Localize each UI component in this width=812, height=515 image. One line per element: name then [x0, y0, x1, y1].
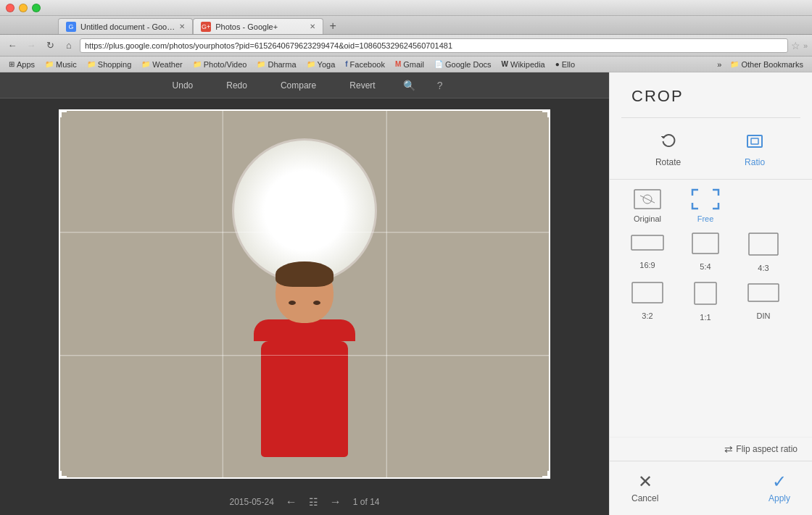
tab-docs[interactable]: G Untitled document - Goo… ✕: [58, 18, 193, 34]
ratio-1-1[interactable]: 1:1: [682, 281, 729, 322]
photo-bottom: 2015-05-24 ← ☷ → 1 of 14: [0, 489, 609, 515]
folder-icon-weather: 📁: [141, 60, 150, 68]
tab-photos[interactable]: G+ Photos - Google+ ✕: [193, 18, 323, 34]
folder-icon-other: 📁: [730, 60, 739, 68]
ratio-options: Original Free: [610, 180, 812, 437]
ratio-row-3: 3:2 1:1 DIN: [624, 281, 798, 322]
share-button[interactable]: »: [803, 41, 808, 50]
svg-rect-7: [749, 233, 778, 255]
revert-button[interactable]: Revert: [344, 78, 381, 93]
ratio-mode-button[interactable]: Ratio: [743, 130, 766, 167]
back-button[interactable]: ←: [4, 38, 20, 54]
close-button[interactable]: [6, 4, 14, 12]
grid-view-button[interactable]: ☷: [309, 496, 318, 508]
more-icon: »: [717, 60, 721, 69]
bookmark-photo-video[interactable]: 📁 Photo/Video: [188, 59, 252, 70]
photo-area: Undo Redo Compare Revert 🔍 ?: [0, 72, 609, 515]
free-label: Free: [697, 214, 714, 223]
ratio-icon: [743, 130, 766, 153]
bookmark-weather[interactable]: 📁 Weather: [137, 59, 186, 70]
undo-button[interactable]: Undo: [167, 78, 199, 93]
svg-rect-0: [747, 135, 762, 147]
redo-button[interactable]: Redo: [220, 78, 253, 93]
search-icon[interactable]: 🔍: [403, 80, 415, 91]
tab-close-docs[interactable]: ✕: [179, 22, 185, 30]
titlebar: [0, 0, 812, 16]
svg-rect-10: [748, 284, 779, 301]
ratio-original[interactable]: Original: [624, 188, 671, 223]
bookmark-apps[interactable]: ⊞ Apps: [4, 59, 39, 70]
child-figure: [239, 261, 370, 479]
bookmark-facebook-label: Facebook: [350, 60, 385, 69]
ello-icon: ●: [555, 60, 560, 68]
bookmark-ello[interactable]: ● Ello: [551, 59, 579, 70]
apply-button[interactable]: ✓ Apply: [768, 473, 790, 503]
ratio-3-2[interactable]: 3:2: [624, 281, 671, 322]
ratio-row-1: Original Free: [624, 188, 798, 223]
bookmark-weather-label: Weather: [152, 60, 182, 69]
ratio-4-3[interactable]: 4:3: [740, 232, 787, 272]
photo-toolbar: Undo Redo Compare Revert 🔍 ?: [0, 72, 609, 99]
docs-icon: 📄: [434, 60, 443, 68]
ratio-16-9[interactable]: 16:9: [624, 232, 671, 272]
gmail-icon: M: [395, 60, 401, 68]
bookmark-yoga[interactable]: 📁 Yoga: [302, 59, 340, 70]
child-hair: [276, 261, 334, 287]
bookmark-apps-label: Apps: [17, 60, 35, 69]
ratio-3-2-label: 3:2: [642, 311, 652, 320]
ratio-free[interactable]: Free: [682, 188, 729, 223]
help-icon[interactable]: ?: [437, 80, 443, 91]
cancel-label: Cancel: [631, 493, 658, 503]
bookmark-star[interactable]: ☆: [791, 40, 800, 51]
bookmark-photo-label: Photo/Video: [204, 60, 247, 69]
tabbar: G Untitled document - Goo… ✕ G+ Photos -…: [0, 16, 812, 35]
folder-icon-yoga: 📁: [307, 60, 315, 68]
new-tab-button[interactable]: +: [323, 18, 342, 34]
photo-canvas[interactable]: [0, 99, 609, 489]
flip-ratio-button[interactable]: ⇄ Flip aspect ratio: [610, 437, 812, 461]
bookmark-gmail[interactable]: M Gmail: [391, 59, 428, 70]
cancel-button[interactable]: ✕ Cancel: [631, 473, 658, 503]
rotate-mode-button[interactable]: Rotate: [655, 130, 681, 167]
crop-container[interactable]: [59, 109, 550, 479]
home-button[interactable]: ⌂: [61, 38, 77, 54]
bookmark-dharma[interactable]: 📁 Dharma: [252, 59, 300, 70]
forward-button[interactable]: →: [23, 38, 39, 54]
other-bookmarks-label: Other Bookmarks: [741, 60, 803, 69]
tab-close-photos[interactable]: ✕: [310, 22, 315, 30]
bookmark-wikipedia-label: Wikipedia: [510, 60, 545, 69]
minimize-button[interactable]: [19, 4, 28, 12]
grid-line-v2: [386, 109, 387, 479]
ratio-1-1-label: 1:1: [700, 313, 710, 322]
bookmark-music[interactable]: 📁 Music: [41, 59, 81, 70]
bookmark-google-docs[interactable]: 📄 Google Docs: [430, 59, 496, 70]
reload-button[interactable]: ↻: [42, 38, 58, 54]
ratio-5-4-label: 5:4: [700, 262, 710, 271]
address-bar[interactable]: https://plus.google.com/photos/yourphoto…: [80, 38, 788, 53]
bookmark-facebook[interactable]: f Facebook: [341, 59, 389, 70]
flip-icon: ⇄: [724, 443, 733, 455]
child-head: [276, 261, 334, 323]
prev-photo-button[interactable]: ←: [286, 495, 297, 508]
maximize-button[interactable]: [32, 4, 41, 12]
svg-rect-6: [692, 233, 718, 254]
more-bookmarks[interactable]: »: [714, 59, 724, 70]
tab-favicon-photos: G+: [201, 22, 211, 32]
apps-icon: ⊞: [9, 60, 14, 68]
grid-line-h1: [59, 232, 550, 233]
other-bookmarks[interactable]: 📁 Other Bookmarks: [726, 59, 808, 70]
wikipedia-icon: W: [502, 60, 508, 68]
bookmark-wikipedia[interactable]: W Wikipedia: [497, 59, 550, 70]
next-photo-button[interactable]: →: [330, 495, 341, 508]
svg-rect-9: [695, 282, 716, 304]
child-body: [261, 341, 348, 457]
bookmark-yoga-label: Yoga: [318, 60, 336, 69]
compare-button[interactable]: Compare: [275, 78, 322, 93]
bookmark-shopping[interactable]: 📁 Shopping: [83, 59, 136, 70]
folder-icon: 📁: [45, 60, 54, 68]
ratio-5-4[interactable]: 5:4: [682, 232, 729, 272]
ratio-din[interactable]: DIN: [740, 281, 787, 322]
photo-counter: 1 of 14: [353, 497, 380, 507]
apply-icon: ✓: [772, 473, 787, 490]
folder-icon-dharma: 📁: [257, 60, 265, 68]
